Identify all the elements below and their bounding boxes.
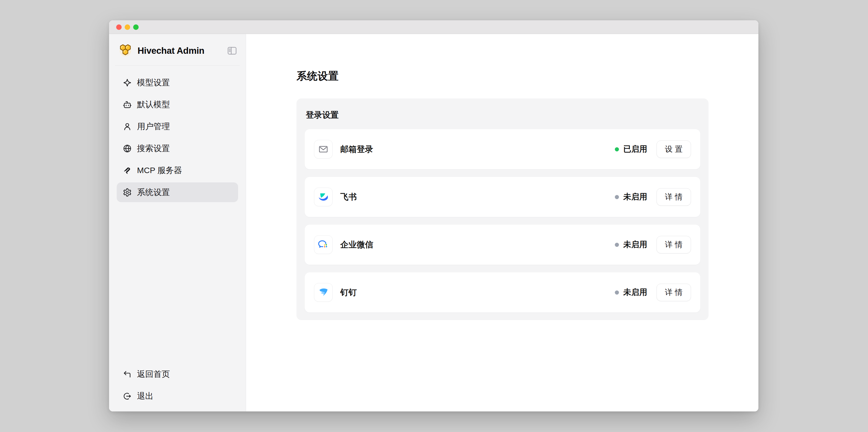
sidebar-item-back-home[interactable]: 返回首页 [117,364,238,384]
status-text: 已启用 [623,144,647,155]
globe-icon [123,144,132,153]
provider-row-wecom: 企业微信 未启用 详 情 [305,225,700,265]
provider-icon-box [314,283,333,302]
mcp-icon [123,166,132,175]
sidebar-item-system-settings[interactable]: 系统设置 [117,182,238,202]
sparkle-icon [123,78,132,87]
sidebar-item-label: 退出 [137,391,153,402]
logout-icon [123,392,132,401]
wecom-logo [317,238,330,251]
panel-left-icon [226,53,238,57]
sidebar-item-logout[interactable]: 退出 [117,386,238,406]
provider-icon-box [314,188,333,206]
main-content: 系统设置 登录设置 邮 [246,34,758,411]
status-text: 未启用 [623,192,647,202]
provider-row-feishu: 飞书 未启用 详 情 [305,177,700,217]
minimize-window-button[interactable] [125,24,130,30]
status-text: 未启用 [623,287,647,298]
sidebar-item-search-settings[interactable]: 搜索设置 [117,139,238,158]
status-dot-disabled [615,243,619,247]
sidebar-item-label: 用户管理 [137,121,170,132]
page-title: 系统设置 [297,69,758,83]
provider-icon-box [314,140,333,159]
provider-row-email: 邮箱登录 已启用 设 置 [305,129,700,169]
dingtalk-logo [317,286,330,299]
provider-rows: 邮箱登录 已启用 设 置 [305,129,700,312]
feishu-details-button[interactable]: 详 情 [656,188,691,206]
status-dot-enabled [615,147,619,151]
sidebar-item-label: 默认模型 [137,99,170,110]
gear-icon [123,188,132,197]
provider-name: 企业微信 [340,239,373,251]
sidebar-spacer [109,202,246,364]
sidebar-item-label: MCP 服务器 [137,165,182,176]
status-text: 未启用 [623,239,647,250]
sidebar-collapse-button[interactable] [226,45,238,56]
sidebar-item-mcp-servers[interactable]: MCP 服务器 [117,161,238,180]
brand-title: Hivechat Admin [137,46,226,56]
mail-icon [318,144,329,155]
email-settings-button[interactable]: 设 置 [656,140,691,158]
sidebar-item-label: 模型设置 [137,77,170,88]
traffic-lights [116,24,138,30]
bot-icon [123,100,132,109]
login-settings-card: 登录设置 邮箱登录 [297,98,709,320]
window-titlebar [109,20,758,34]
sidebar-footer-nav: 返回首页 退出 [117,364,238,406]
provider-name: 钉钉 [340,287,357,298]
status-dot-disabled [615,195,619,199]
feishu-logo [317,191,330,203]
return-icon [123,370,132,379]
user-icon [123,122,132,131]
sidebar-item-default-model[interactable]: 默认模型 [117,95,238,114]
provider-row-dingtalk: 钉钉 未启用 详 情 [305,272,700,312]
brand-row: Hivechat Admin [109,34,246,58]
sidebar-nav: 模型设置 默认模型 [117,73,238,202]
hivechat-logo-icon [118,44,133,58]
sidebar: Hivechat Admin [109,34,246,411]
wecom-details-button[interactable]: 详 情 [656,236,691,254]
provider-icon-box [314,235,333,254]
sidebar-item-label: 搜索设置 [137,143,170,154]
dingtalk-details-button[interactable]: 详 情 [656,284,691,301]
sidebar-item-user-management[interactable]: 用户管理 [117,117,238,136]
zoom-window-button[interactable] [133,24,138,30]
sidebar-item-label: 系统设置 [137,187,170,198]
provider-name: 飞书 [340,192,357,203]
sidebar-item-model-settings[interactable]: 模型设置 [117,73,238,92]
status-dot-disabled [615,290,619,295]
app-window: Hivechat Admin [109,20,758,411]
card-header: 登录设置 [306,109,700,121]
sidebar-item-label: 返回首页 [137,369,170,380]
close-window-button[interactable] [116,24,122,30]
provider-name: 邮箱登录 [340,144,373,155]
